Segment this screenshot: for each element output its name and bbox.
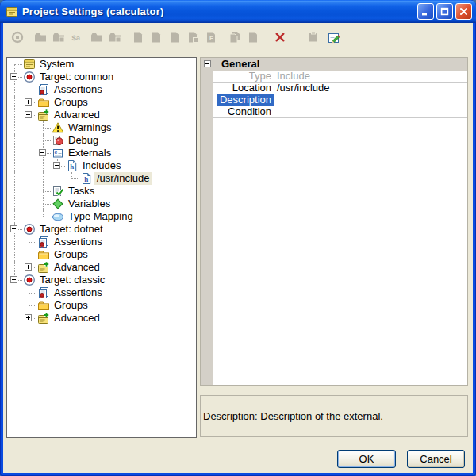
tree-item-variables[interactable]: Variables xyxy=(7,198,196,210)
ok-button[interactable]: OK xyxy=(337,450,396,468)
general-section-header[interactable]: General xyxy=(201,58,467,71)
tree-item-advanced[interactable]: Advanced xyxy=(7,261,196,274)
section-title: General xyxy=(221,58,259,71)
tree-item-target-common[interactable]: Target: common xyxy=(7,71,196,83)
property-value[interactable]: /usr/include xyxy=(274,83,467,94)
tree-item-type-mapping[interactable]: Type Mapping xyxy=(7,210,196,223)
tree-item-label: Assertions xyxy=(52,83,105,96)
property-row-type[interactable]: TypeInclude xyxy=(213,71,467,83)
titlebar[interactable]: Project Settings (calculator) xyxy=(0,0,476,23)
tree-item-warnings[interactable]: Warnings xyxy=(7,121,196,134)
collapse-icon[interactable] xyxy=(25,111,32,118)
property-row-condition[interactable]: Condition xyxy=(213,106,467,118)
minimize-button[interactable] xyxy=(417,3,434,20)
svg-text:c: c xyxy=(55,149,58,155)
expand-icon[interactable] xyxy=(25,98,32,106)
tree-item-target-classic[interactable]: Target: classic xyxy=(7,274,196,286)
collapse-icon[interactable] xyxy=(10,225,17,232)
svg-text:$a: $a xyxy=(72,33,81,42)
help-text: Description: Description of the external… xyxy=(203,410,383,422)
maximize-button[interactable] xyxy=(436,3,453,20)
window-title: Project Settings (calculator) xyxy=(22,6,417,17)
tree-item-advanced[interactable]: Advanced xyxy=(7,312,196,324)
form-icon xyxy=(23,58,36,71)
property-value[interactable] xyxy=(274,106,467,117)
collapse-icon[interactable] xyxy=(204,60,211,67)
project-settings-window: Project Settings (calculator) $aF System… xyxy=(0,0,476,476)
assertions-icon xyxy=(37,236,50,248)
tree-item-externals[interactable]: cExternals xyxy=(7,147,196,159)
tree-item-label: Type Mapping xyxy=(66,210,136,223)
toolbar-delete-x-icon[interactable] xyxy=(274,31,287,44)
property-row-description[interactable]: Description xyxy=(213,94,467,106)
tree-item-system[interactable]: System xyxy=(7,58,196,71)
svg-text:h: h xyxy=(70,163,74,171)
toolbar-pages-icon xyxy=(228,31,242,44)
toolbar-folder-icon xyxy=(90,31,104,44)
tree-item-groups[interactable]: Groups xyxy=(7,248,196,261)
cancel-button[interactable]: Cancel xyxy=(407,450,465,468)
tree-item-label: Assertions xyxy=(52,286,105,299)
tree-item-label: Tasks xyxy=(66,185,97,198)
collapse-icon[interactable] xyxy=(10,73,17,80)
tree-item-label: Target: classic xyxy=(37,274,107,286)
target-icon xyxy=(23,274,36,286)
tree-item-label: /usr/include xyxy=(94,172,152,185)
collapse-icon[interactable] xyxy=(10,276,17,283)
tree-item-label: Advanced xyxy=(52,312,102,324)
settings-tree[interactable]: SystemTarget: commonAssertionsGroupsAdva… xyxy=(6,57,197,438)
collapse-icon[interactable] xyxy=(39,149,46,156)
toolbar-page-icon xyxy=(247,31,260,44)
property-value[interactable]: Include xyxy=(274,71,467,82)
window-form-icon xyxy=(6,6,18,18)
tree-item-label: Groups xyxy=(52,248,90,261)
expand-icon[interactable] xyxy=(25,314,32,321)
toolbar-target-circle-icon xyxy=(11,31,25,44)
tree-item-usr-include[interactable]: h/usr/include xyxy=(7,172,196,185)
tree-item-groups[interactable]: Groups xyxy=(7,299,196,312)
tree-item-label: Advanced xyxy=(52,109,102,121)
svg-text:h: h xyxy=(84,175,88,183)
grid-gutter xyxy=(201,58,213,385)
debug-icon xyxy=(52,134,64,147)
tree-item-label: Assertions xyxy=(52,236,105,248)
tree-item-groups[interactable]: Groups xyxy=(7,96,196,109)
tree-item-includes[interactable]: hIncludes xyxy=(7,159,196,172)
folder-plus-icon xyxy=(37,312,50,324)
tree-item-label: Groups xyxy=(52,299,90,312)
toolbar-edit-icon[interactable] xyxy=(328,31,341,44)
property-grid[interactable]: General TypeIncludeLocation/usr/includeD… xyxy=(200,57,468,386)
tree-item-label: Warnings xyxy=(66,121,113,134)
toolbar-page-badge-icon xyxy=(186,31,200,44)
tree-item-label: Variables xyxy=(66,198,113,210)
property-label[interactable]: Location xyxy=(213,83,274,94)
folder-icon xyxy=(37,248,50,261)
tree-item-tasks[interactable]: Tasks xyxy=(7,185,196,198)
property-label[interactable]: Condition xyxy=(213,106,274,117)
property-label[interactable]: Description xyxy=(213,94,274,106)
tree-item-assertions[interactable]: Assertions xyxy=(7,286,196,299)
property-row-location[interactable]: Location/usr/include xyxy=(213,83,467,94)
toolbar-folder-icon xyxy=(34,31,48,44)
tree-item-label: Debug xyxy=(66,134,101,147)
warning-icon xyxy=(52,121,64,134)
svg-text:F: F xyxy=(209,35,213,42)
tree-item-assertions[interactable]: Assertions xyxy=(7,236,196,248)
tree-item-advanced[interactable]: Advanced xyxy=(7,109,196,121)
tree-item-label: Target: common xyxy=(37,71,116,83)
variable-icon xyxy=(52,198,64,210)
folder-icon xyxy=(37,299,50,312)
tree-item-debug[interactable]: Debug xyxy=(7,134,196,147)
expand-icon[interactable] xyxy=(25,263,32,271)
toolbar-folder-badge-icon xyxy=(109,31,122,44)
tree-item-target-dotnet[interactable]: Target: dotnet xyxy=(7,223,196,236)
type-mapping-icon xyxy=(52,210,64,223)
toolbar-page-icon xyxy=(150,31,163,44)
tree-item-assertions[interactable]: Assertions xyxy=(7,83,196,96)
property-value[interactable] xyxy=(274,94,467,106)
close-button[interactable] xyxy=(455,3,472,20)
tasks-icon xyxy=(52,185,64,198)
property-label[interactable]: Type xyxy=(213,71,274,82)
help-panel: Description: Description of the external… xyxy=(200,395,468,437)
collapse-icon[interactable] xyxy=(53,162,60,169)
